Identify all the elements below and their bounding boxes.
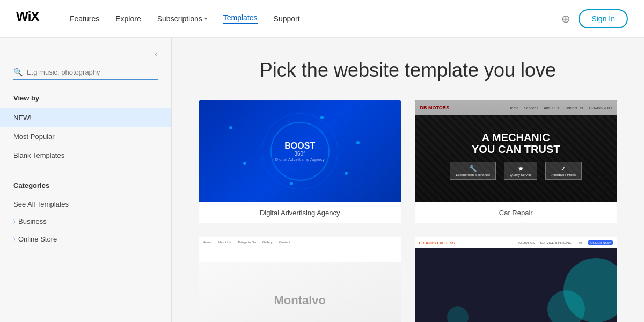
car-heading: A MECHANICYOU CAN TRUST xyxy=(450,131,582,155)
template3-hero-text: Montalvo xyxy=(274,294,326,308)
templates-grid: BOOST360°Digital Advertising Agency Digi… xyxy=(199,100,617,322)
nav-features[interactable]: Features xyxy=(70,14,99,23)
template-name-car-repair: Car Repair xyxy=(415,202,618,223)
car-feature-label-2: Quality Service xyxy=(510,173,531,177)
navbar: WiX Features Explore Subscriptions ▾ Tem… xyxy=(0,0,644,38)
sidebar: ‹ 🔍 View by NEW! Most Popular Blank Temp… xyxy=(0,38,172,322)
t3-nav-5: Contact xyxy=(279,240,290,244)
boost-circle: BOOST360°Digital Advertising Agency xyxy=(270,122,330,181)
car-feature-label-1: Experienced Mechanics xyxy=(456,173,490,177)
back-button-area: ‹ xyxy=(0,48,171,68)
template3-nav: Home About Us Things to Do Gallery Conta… xyxy=(199,237,401,247)
template-card-digital-advertising[interactable]: BOOST360°Digital Advertising Agency Digi… xyxy=(199,100,401,223)
car-feature-quality: ★ Quality Service xyxy=(504,162,537,180)
bottom2-background: BRUNO'S EXPRESS ABOUT US SERVICE & PRICI… xyxy=(415,237,618,322)
sidebar-category-online-store[interactable]: 〉 Online Store xyxy=(0,230,171,248)
boost-subtitle: 360° xyxy=(275,151,325,157)
svg-text:WiX: WiX xyxy=(16,9,40,24)
online-store-expand-icon: 〉 xyxy=(13,236,15,243)
car-main-content: A MECHANICYOU CAN TRUST 🔧 Experienced Me… xyxy=(450,123,582,180)
car-feature-mechanics: 🔧 Experienced Mechanics xyxy=(450,162,496,180)
teal-circle-3 xyxy=(447,306,469,322)
t3-nav-2: About Us xyxy=(218,240,231,244)
template-thumb-4: BRUNO'S EXPRESS ABOUT US SERVICE & PRICI… xyxy=(415,237,618,322)
template-name-digital-advertising: Digital Advertising Agency xyxy=(199,202,401,223)
dot-4 xyxy=(345,172,348,175)
sidebar-item-blank-templates[interactable]: Blank Templates xyxy=(0,146,171,165)
nav-links: Features Explore Subscriptions ▾ Templat… xyxy=(70,13,561,24)
view-by-label: View by xyxy=(0,94,171,108)
boost-tagline: Digital Advertising Agency xyxy=(275,157,325,163)
car-features-row: 🔧 Experienced Mechanics ★ Quality Servic… xyxy=(450,162,582,180)
star-icon: ★ xyxy=(510,165,531,172)
car-feature-prices: ✓ Affordable Prices xyxy=(545,162,582,180)
sidebar-item-most-popular[interactable]: Most Popular xyxy=(0,127,171,146)
t3-nav-3: Things to Do xyxy=(238,240,256,244)
dot-3 xyxy=(356,141,360,144)
content-area: Pick the website template you love xyxy=(172,38,644,322)
navbar-right: ⊕ Sign In xyxy=(561,9,628,28)
car-feature-label-3: Affordable Prices xyxy=(551,173,576,177)
car-background: DB MOTORS Home Services About Us Contact… xyxy=(415,100,618,202)
template-thumb-digital-advertising: BOOST360°Digital Advertising Agency xyxy=(199,100,401,202)
nav-support[interactable]: Support xyxy=(274,14,300,23)
boost-logo-text: BOOST360°Digital Advertising Agency xyxy=(275,141,325,163)
template-card-4[interactable]: BRUNO'S EXPRESS ABOUT US SERVICE & PRICI… xyxy=(415,237,618,322)
template-card-3[interactable]: Home About Us Things to Do Gallery Conta… xyxy=(199,237,401,322)
dot-2 xyxy=(243,162,246,165)
boost-background: BOOST360°Digital Advertising Agency xyxy=(199,100,401,202)
business-expand-icon: 〉 xyxy=(13,218,15,225)
signin-button[interactable]: Sign In xyxy=(579,9,628,28)
template-thumb-car-repair: DB MOTORS Home Services About Us Contact… xyxy=(415,100,618,202)
sidebar-item-new[interactable]: NEW! xyxy=(0,108,171,127)
bottom1-background: Home About Us Things to Do Gallery Conta… xyxy=(199,237,401,322)
dot-5 xyxy=(320,116,324,119)
template3-hero: Montalvo xyxy=(199,262,401,323)
template-thumb-3: Home About Us Things to Do Gallery Conta… xyxy=(199,237,401,322)
back-arrow-icon[interactable]: ‹ xyxy=(155,48,158,60)
template4-decorative xyxy=(415,237,618,322)
online-store-label: Online Store xyxy=(18,235,57,243)
sidebar-category-business[interactable]: 〉 Business xyxy=(0,213,171,230)
check-icon: ✓ xyxy=(551,165,576,172)
dot-1 xyxy=(229,126,232,129)
nav-templates[interactable]: Templates xyxy=(223,13,258,24)
t3-nav-1: Home xyxy=(203,240,211,244)
wrench-icon: 🔧 xyxy=(456,165,490,172)
search-box: 🔍 xyxy=(13,68,158,80)
t3-nav-4: Gallery xyxy=(262,240,273,244)
business-label: Business xyxy=(18,217,47,225)
car-overlay: A MECHANICYOU CAN TRUST 🔧 Experienced Me… xyxy=(415,100,618,202)
nav-subscriptions[interactable]: Subscriptions ▾ xyxy=(157,14,207,23)
sidebar-divider xyxy=(13,173,158,173)
language-selector-icon[interactable]: ⊕ xyxy=(561,12,570,25)
search-icon: 🔍 xyxy=(13,68,23,76)
wix-logo[interactable]: WiX xyxy=(16,9,48,28)
categories-label: Categories xyxy=(0,181,171,196)
nav-explore[interactable]: Explore xyxy=(115,14,141,23)
see-all-templates-link[interactable]: See All Templates xyxy=(0,196,171,213)
search-input[interactable] xyxy=(27,68,158,76)
page-title: Pick the website template you love xyxy=(199,59,617,82)
main-layout: ‹ 🔍 View by NEW! Most Popular Blank Temp… xyxy=(0,38,644,322)
subscriptions-dropdown-icon: ▾ xyxy=(204,16,207,21)
template-card-car-repair[interactable]: DB MOTORS Home Services About Us Contact… xyxy=(415,100,618,223)
